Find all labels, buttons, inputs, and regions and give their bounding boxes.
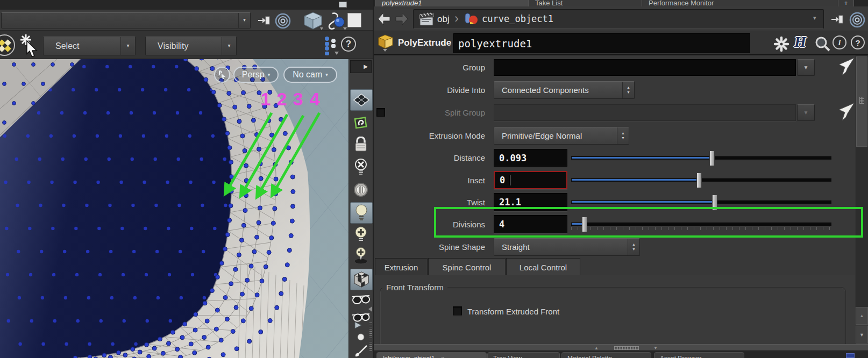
distance-slider[interactable] xyxy=(571,149,831,167)
construction-plane-button[interactable] xyxy=(350,89,373,111)
target-rings-icon[interactable] xyxy=(274,12,291,30)
tab-extrusion[interactable]: Extrusion xyxy=(375,258,428,276)
snap-button[interactable] xyxy=(350,113,372,133)
add-light-ground-button[interactable] xyxy=(350,246,372,267)
extrusion-mode-dropdown[interactable]: Primitive/Edge Normal ▲▼ xyxy=(494,127,629,145)
inset-slider[interactable] xyxy=(571,171,831,189)
polyextrude-node-icon[interactable] xyxy=(378,34,395,52)
pane-divider-grip[interactable] xyxy=(369,323,372,353)
houdini-help-logo[interactable]: H xyxy=(794,33,806,51)
expand-bar-button[interactable]: ▶ xyxy=(350,60,372,73)
tab-performance-monitor[interactable]: Performance Monitor × xyxy=(642,0,849,6)
display-points-button[interactable] xyxy=(350,330,372,344)
select-mode-label: Select xyxy=(44,41,79,51)
pane-mini-icon[interactable] xyxy=(339,2,347,8)
info-icon[interactable]: i xyxy=(833,35,846,49)
split-group-dropdown-button[interactable]: ▼ xyxy=(797,104,815,121)
slider-handle[interactable] xyxy=(582,217,587,232)
twist-slider[interactable] xyxy=(571,193,831,211)
scroll-down-button[interactable]: ▼ xyxy=(856,326,868,343)
help-icon[interactable]: ? xyxy=(851,35,865,49)
chevron-down-icon: ▾ xyxy=(268,72,271,77)
tab-spine-control[interactable]: Spine Control xyxy=(428,258,506,276)
group-dropdown-button[interactable]: ▼ xyxy=(797,59,815,76)
chevron-down-icon: ▾ xyxy=(238,13,250,28)
back-arrow-button[interactable] xyxy=(376,12,392,26)
add-light-button[interactable] xyxy=(350,225,372,245)
camera-persp-button[interactable]: Persp ▾ xyxy=(233,67,279,83)
padlock-icon xyxy=(354,137,368,153)
pin-icon[interactable] xyxy=(257,14,272,27)
divisions-slider[interactable] xyxy=(571,215,831,233)
distance-input[interactable]: 0.093 xyxy=(494,149,567,167)
cube-geometry-icon[interactable] xyxy=(302,11,324,31)
slider-handle[interactable] xyxy=(696,173,702,188)
twist-input[interactable]: 21.1 xyxy=(494,193,567,211)
node-type-label: PolyExtrude xyxy=(398,38,451,48)
forward-arrow-button[interactable] xyxy=(394,12,409,26)
lock-button[interactable] xyxy=(350,134,372,155)
svg-text:2: 2 xyxy=(277,89,287,109)
tool-palette-icon[interactable] xyxy=(0,34,16,56)
splitter-down-icon[interactable]: ▼ xyxy=(653,346,658,350)
view-lock-button[interactable] xyxy=(214,67,230,83)
select-mode-dropdown[interactable]: Select ▾ xyxy=(43,37,136,55)
gear-icon[interactable] xyxy=(773,35,790,53)
scroll-up-button[interactable]: ▲ xyxy=(856,307,868,325)
group-list-icon[interactable] xyxy=(321,34,340,56)
front-transform-groupbox xyxy=(380,287,846,344)
slider-handle[interactable] xyxy=(712,195,717,210)
visibility-dropdown[interactable]: Visibility ▾ xyxy=(145,37,237,55)
tab-take-list[interactable]: Take List × xyxy=(528,0,653,6)
tab-asset-browser[interactable]: Asset Browser xyxy=(654,352,744,358)
disable-lighting-button[interactable] xyxy=(350,157,372,177)
pane-splitter[interactable]: ▲ ▼ xyxy=(374,344,868,351)
camera-select-button[interactable]: No cam ▾ xyxy=(283,67,337,83)
tab-polyextrude1[interactable]: polyextrude1 × xyxy=(375,0,539,6)
viewport-3d[interactable]: 1 2 3 4 xyxy=(0,59,348,358)
group-input[interactable] xyxy=(494,59,796,76)
pin-icon[interactable] xyxy=(830,13,845,26)
select-tool-icon[interactable] xyxy=(18,33,40,57)
split-group-input[interactable] xyxy=(494,104,796,121)
splitter-grip[interactable] xyxy=(614,346,639,350)
pane-collapse-arrow[interactable] xyxy=(368,306,372,312)
tab-network-path[interactable]: /obj/curve_object1 × xyxy=(376,352,487,358)
lasso-select-icon[interactable] xyxy=(325,11,347,31)
breadcrumb-node[interactable]: curve_object1 xyxy=(482,13,553,24)
tab-local-control[interactable]: Local Control xyxy=(506,258,580,276)
svg-text:1: 1 xyxy=(261,89,271,109)
path-dropdown-icon[interactable]: ▾ xyxy=(813,15,816,22)
display-materials-button[interactable] xyxy=(350,269,373,290)
tab-tree-view[interactable]: Tree View xyxy=(487,352,560,358)
splitter-up-icon[interactable]: ▲ xyxy=(594,346,599,350)
svg-text:4: 4 xyxy=(310,89,320,109)
group-select-arrow-button[interactable] xyxy=(837,57,856,77)
normal-lighting-button[interactable] xyxy=(350,202,373,224)
visibility-label: Visibility xyxy=(146,41,189,51)
new-tab-button[interactable]: + xyxy=(838,0,854,6)
slider-handle[interactable] xyxy=(709,151,715,166)
operation-dropdown[interactable]: ▾ xyxy=(1,12,251,28)
target-rings-icon[interactable] xyxy=(849,11,866,28)
spine-shape-dropdown[interactable]: Straight ▲▼ xyxy=(494,238,640,256)
bottom-tab-bar: /obj/curve_object1 × Tree View Material … xyxy=(374,351,868,358)
help-icon[interactable]: ? xyxy=(341,37,356,52)
breadcrumb-root[interactable]: obj xyxy=(437,14,450,25)
geometry-node-icon xyxy=(464,12,479,26)
headlight-button[interactable] xyxy=(350,180,372,200)
tab-material-palette[interactable]: Material Palette xyxy=(561,352,651,358)
divisions-input[interactable]: 4 xyxy=(494,215,567,233)
flipbook-button[interactable] xyxy=(350,311,372,331)
divide-into-dropdown[interactable]: Connected Components ▲▼ xyxy=(494,81,635,99)
close-icon[interactable]: × xyxy=(441,355,445,358)
search-icon[interactable] xyxy=(814,35,831,53)
panel-icon[interactable] xyxy=(347,13,361,27)
brush-button[interactable] xyxy=(350,344,372,358)
inset-input[interactable]: 0 xyxy=(494,171,567,189)
split-group-select-arrow-button[interactable] xyxy=(837,102,856,123)
transform-extruded-front-checkbox[interactable] xyxy=(453,306,462,316)
param-label-split-group: Split Group xyxy=(375,108,485,117)
node-name-input[interactable]: polyextrude1 xyxy=(453,33,750,53)
param-label-group: Group xyxy=(375,63,485,72)
